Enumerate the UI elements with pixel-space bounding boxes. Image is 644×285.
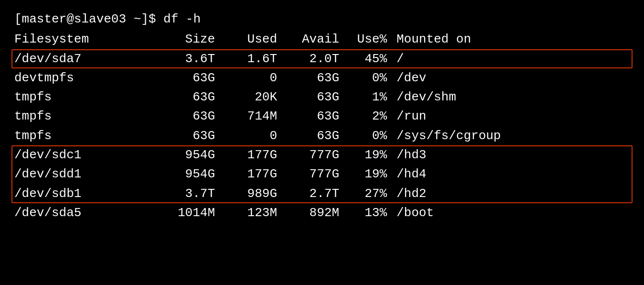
cell-mount: /hd4 bbox=[397, 164, 426, 184]
cell-size: 3.6T bbox=[167, 49, 229, 68]
table-row: tmpfs 63G 20K 63G 1% /dev/shm bbox=[14, 88, 630, 107]
table-row: /dev/sda5 1014M 123M 892M 13% /boot bbox=[14, 203, 630, 222]
table-row: tmpfs 63G 714M 63G 2% /run bbox=[14, 107, 630, 126]
cell-fs: /dev/sda7 bbox=[14, 49, 167, 68]
table-row-sda7: /dev/sda7 3.6T 1.6T 2.0T 45% / bbox=[14, 49, 630, 68]
cell-size: 954G bbox=[167, 164, 229, 184]
col-header-filesystem: Filesystem bbox=[14, 30, 167, 49]
cell-fs: /dev/sdc1 bbox=[14, 145, 167, 164]
cell-size: 63G bbox=[167, 68, 229, 88]
cell-avail: 63G bbox=[291, 88, 354, 107]
terminal-window: [master@slave03 ~]$ df -h Filesystem Siz… bbox=[0, 0, 644, 285]
table-header: Filesystem Size Used Avail Use% Mounted … bbox=[14, 30, 630, 49]
table-row: /dev/sdb1 3.7T 989G 2.7T 27% /hd2 bbox=[14, 184, 630, 203]
col-header-used: Used bbox=[229, 30, 291, 49]
col-header-avail: Avail bbox=[291, 30, 354, 49]
cell-mount: /sys/fs/cgroup bbox=[397, 126, 501, 145]
cell-mount: /run bbox=[397, 107, 426, 126]
highlight-group-2: /dev/sdc1 954G 177G 777G 19% /hd3 /dev/s… bbox=[14, 145, 630, 203]
cell-avail: 892M bbox=[291, 203, 354, 222]
cell-avail: 777G bbox=[291, 164, 354, 184]
cell-mount: / bbox=[397, 49, 404, 68]
cell-used: 177G bbox=[229, 145, 291, 164]
cell-avail: 63G bbox=[291, 107, 354, 126]
cell-use: 45% bbox=[354, 49, 397, 68]
cell-fs: /dev/sda5 bbox=[14, 203, 167, 222]
cell-mount: /dev/shm bbox=[397, 88, 456, 107]
cell-fs: tmpfs bbox=[14, 126, 167, 145]
cell-mount: /boot bbox=[397, 203, 434, 222]
cell-size: 63G bbox=[167, 107, 229, 126]
cell-used: 177G bbox=[229, 164, 291, 184]
cell-use: 19% bbox=[354, 164, 397, 184]
cell-use: 13% bbox=[354, 203, 397, 222]
table-row: /dev/sdc1 954G 177G 777G 19% /hd3 bbox=[14, 145, 630, 164]
cell-fs: /dev/sdb1 bbox=[14, 184, 167, 203]
prompt-line: [master@slave03 ~]$ df -h bbox=[14, 10, 630, 29]
table-row: tmpfs 63G 0 63G 0% /sys/fs/cgroup bbox=[14, 126, 630, 145]
table-row: /dev/sdd1 954G 177G 777G 19% /hd4 bbox=[14, 164, 630, 184]
col-header-size: Size bbox=[167, 30, 229, 49]
cell-used: 714M bbox=[229, 107, 291, 126]
cell-mount: /hd3 bbox=[397, 145, 426, 164]
cell-fs: tmpfs bbox=[14, 88, 167, 107]
cell-fs: devtmpfs bbox=[14, 68, 167, 88]
col-header-use-pct: Use% bbox=[354, 30, 397, 49]
cell-use: 27% bbox=[354, 184, 397, 203]
cell-used: 989G bbox=[229, 184, 291, 203]
cell-fs: /dev/sdd1 bbox=[14, 164, 167, 184]
cell-used: 0 bbox=[229, 126, 291, 145]
cell-size: 3.7T bbox=[167, 184, 229, 203]
cell-use: 0% bbox=[354, 126, 397, 145]
cell-fs: tmpfs bbox=[14, 107, 167, 126]
cell-use: 19% bbox=[354, 145, 397, 164]
cell-avail: 2.7T bbox=[291, 184, 354, 203]
cell-size: 63G bbox=[167, 126, 229, 145]
prompt-text: [master@slave03 ~]$ df -h bbox=[14, 12, 201, 26]
cell-used: 20K bbox=[229, 88, 291, 107]
col-header-mounted: Mounted on bbox=[397, 30, 471, 49]
cell-used: 1.6T bbox=[229, 49, 291, 68]
cell-size: 954G bbox=[167, 145, 229, 164]
table-row: /dev/sda7 3.6T 1.6T 2.0T 45% / bbox=[14, 49, 630, 68]
cell-avail: 63G bbox=[291, 68, 354, 88]
cell-avail: 63G bbox=[291, 126, 354, 145]
cell-mount: /dev bbox=[397, 68, 426, 88]
cell-avail: 777G bbox=[291, 145, 354, 164]
cell-size: 1014M bbox=[167, 203, 229, 222]
cell-size: 63G bbox=[167, 88, 229, 107]
cell-use: 2% bbox=[354, 107, 397, 126]
cell-mount: /hd2 bbox=[397, 184, 426, 203]
cell-avail: 2.0T bbox=[291, 49, 354, 68]
cell-use: 0% bbox=[354, 68, 397, 88]
cell-use: 1% bbox=[354, 88, 397, 107]
table-row: devtmpfs 63G 0 63G 0% /dev bbox=[14, 68, 630, 88]
cell-used: 0 bbox=[229, 68, 291, 88]
cell-used: 123M bbox=[229, 203, 291, 222]
